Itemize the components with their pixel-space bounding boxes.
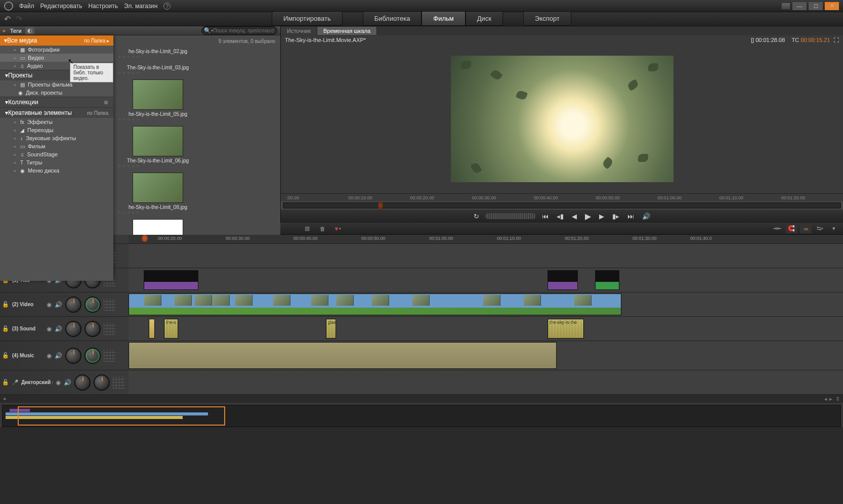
tree-video[interactable]: ▸▭Видео [0,54,113,62]
mute-icon[interactable]: 🔊 [55,301,62,308]
pin-icon[interactable]: ▸ [3,27,6,34]
visibility-icon[interactable]: ◉ [47,301,52,308]
jog-wheel[interactable] [485,213,536,219]
timeline-ruler[interactable]: 00:00:20.0000:00:30.00 00:00:40.0000:00:… [129,235,843,243]
clip[interactable] [129,293,621,315]
clip[interactable] [129,342,557,369]
lock-icon[interactable]: 🔓 [2,325,9,332]
zoom-timeline-icon[interactable]: ⇕ [835,396,840,402]
link-icon[interactable]: ⫘ [799,224,812,233]
timeline-overview[interactable] [2,405,841,427]
lock-icon[interactable]: 🔓 [2,379,9,386]
tab-import[interactable]: Импортировать [272,11,343,26]
pan-knob[interactable] [85,321,101,337]
minimize-button[interactable]: — [792,2,807,10]
goto-end-icon[interactable]: ⏭ [625,212,636,221]
tree-sfx[interactable]: ▸♪Звуковые эффекты [0,134,113,142]
pan-knob[interactable] [94,374,110,391]
tab-movie[interactable]: Фильм [422,11,465,26]
volume-icon[interactable]: 🔊 [640,212,652,221]
visibility-icon[interactable]: ◉ [56,379,61,386]
mute-icon[interactable]: 🔊 [55,352,62,359]
search-input[interactable] [213,28,270,33]
tree-movie[interactable]: ▸▭Фильм [0,142,113,150]
mute-icon[interactable]: 🔊 [55,325,62,332]
clip[interactable]: the-s [164,319,178,339]
surround-icon[interactable] [104,299,116,311]
pan-knob[interactable] [85,297,101,313]
surround-icon[interactable] [113,376,125,389]
pan-knob[interactable] [85,348,101,364]
volume-knob[interactable] [74,374,91,391]
tree-creative[interactable]: ▾ Креативные элементыпо Папка [0,107,113,118]
search-box[interactable]: 🔍▾ ⊘ [201,26,277,35]
menu-store[interactable]: Эл. магазин [124,3,157,10]
tree-transitions[interactable]: ▸◢Переходы [0,126,113,134]
cart-icon[interactable] [781,3,790,10]
close-button[interactable]: ✕ [825,2,839,10]
clip[interactable]: glas [326,319,336,339]
volume-knob[interactable] [65,297,81,313]
volume-knob[interactable] [65,348,81,364]
tab-export[interactable]: Экспорт [523,11,571,26]
thumb-item[interactable]: he-Sky-is-the-Limit_08.jpg★★★★★ [117,173,198,215]
tree-titles[interactable]: ▸TТитры [0,158,113,166]
thumb-item[interactable]: he-Sky-is-the-Limit_05.jpg★★★★★ [117,79,198,122]
step-fwd-icon[interactable]: ▮▸ [610,212,621,221]
tag-toggle-icon[interactable]: ◐ [25,27,34,34]
dropdown-icon[interactable]: ▾ [828,224,840,233]
preview-tab-source[interactable]: Источник [281,27,317,35]
help-icon[interactable]: ? [163,3,171,10]
lock-icon[interactable]: 🔓 [2,301,9,308]
tree-effects[interactable]: ▸fxЭффекты [0,118,113,126]
overview-viewport[interactable] [18,406,225,426]
mode-icon[interactable]: ⇆▾ [814,224,826,233]
scroll-left-icon[interactable]: ◂ [824,396,827,402]
tree-photos[interactable]: ▸▦Фотографии [0,46,113,54]
step-back-icon[interactable]: ◂▮ [555,212,566,221]
menu-file[interactable]: Файл [19,3,34,10]
clip[interactable] [149,319,155,339]
menu-setup[interactable]: Настроить [88,3,118,10]
preview-tab-timeline[interactable]: Временная шкала [317,27,377,35]
tree-collections[interactable]: ▾ Коллекции⚙ [0,97,113,107]
tree-all-media[interactable]: ▾ Все медиапо Папка ▸ [0,35,113,46]
play-fast-icon[interactable]: ▶ [597,212,606,221]
playhead[interactable] [142,235,148,242]
trash-icon[interactable]: 🗑 [316,224,328,233]
play-icon[interactable]: ▶ [583,211,593,222]
preview-ruler[interactable]: :00.0000:00:10.00 00:00:20.0000:00:30.00… [281,193,843,201]
clip[interactable]: the-sky-is-the [547,319,584,339]
add-track-icon[interactable]: + [3,396,6,402]
razor-icon[interactable]: ▥ [301,224,313,233]
surround-icon[interactable] [104,350,116,362]
maximize-button[interactable]: ◻ [809,2,823,10]
clip[interactable] [144,270,198,290]
tree-soundstage[interactable]: ▸♫SoundStage [0,150,113,158]
lock-icon[interactable]: 🔓 [2,352,9,359]
mute-icon[interactable]: 🔊 [64,379,71,386]
clip[interactable] [595,270,619,290]
loop-icon[interactable]: ↻ [472,212,481,221]
tab-library[interactable]: Библиотека [363,11,422,26]
thumb-item[interactable]: The-Sky-is-the-Limit_06.jpg★★★★★ [117,126,198,169]
tab-disc[interactable]: Диск [466,11,503,26]
search-clear-icon[interactable]: ⊘ [270,27,275,34]
expand-icon[interactable]: ⛶ [833,37,839,43]
visibility-icon[interactable]: ◉ [47,325,52,332]
goto-start-icon[interactable]: ⏮ [540,212,551,221]
thumb-item[interactable]: The-Sky-is-the-Limit_03.jpg★★★★★ [117,63,198,75]
tree-disc-menu[interactable]: ▸◉Меню диска [0,166,113,175]
clip[interactable] [547,270,578,290]
preview-scrubber[interactable] [283,202,841,208]
tree-disc-projects[interactable]: ◉Диск. проекты [0,89,113,97]
menu-edit[interactable]: Редактировать [40,3,82,10]
thumb-item[interactable]: he-Sky-is-the-Limit_02.jpg★★★★★ [117,47,198,59]
snap-icon[interactable]: ⇥⇤ [771,224,783,233]
volume-knob[interactable] [65,321,81,337]
play-back-icon[interactable]: ◀ [570,212,579,221]
visibility-icon[interactable]: ◉ [47,352,52,359]
scroll-right-icon[interactable]: ▸ [829,396,832,402]
magnet-icon[interactable]: 🧲 [785,224,797,233]
surround-icon[interactable] [104,323,116,335]
